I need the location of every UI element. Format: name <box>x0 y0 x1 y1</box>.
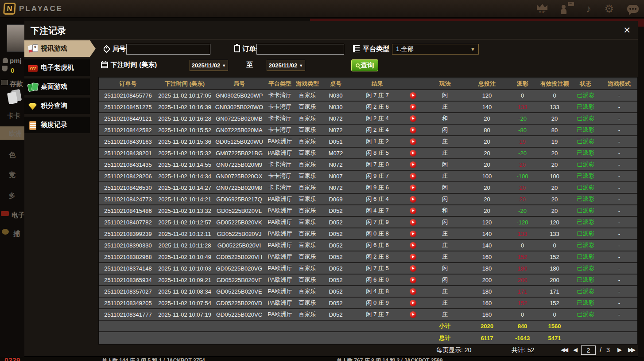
cell-mode: - <box>601 286 637 297</box>
subtotal-row-spacer <box>99 321 157 331</box>
sidebar-tab-2[interactable]: 桌面游戏 <box>24 78 90 95</box>
top-bar: N PLAYACE VIP ♪ ⚙ <box>0 0 644 18</box>
table-row: 2511021084314352025-11-02 10:14:55GN0722… <box>99 159 637 171</box>
cell-total: 120 <box>468 217 506 228</box>
vip-icon[interactable]: VIP <box>537 4 547 14</box>
play-replay-icon[interactable] <box>410 184 416 191</box>
service-bubble-icon <box>568 2 574 6</box>
cell-total: 20 <box>468 205 506 216</box>
platform-type-select[interactable]: 1.全部 ▼ <box>392 44 479 55</box>
cell-result: 闲 9 庄 6 <box>351 182 404 193</box>
play-replay-icon[interactable] <box>410 242 416 249</box>
cell-table_no: D051 <box>321 136 351 147</box>
cell-round: GN07225B020MA <box>213 125 266 135</box>
avatar <box>7 24 24 52</box>
play-replay-icon[interactable] <box>410 219 416 226</box>
column-header: 下注时间 (美东) <box>157 78 213 89</box>
play-replay-icon[interactable] <box>410 104 416 110</box>
page-number-input[interactable]: 2 <box>581 345 596 355</box>
cell-status: 已派彩 <box>570 125 601 135</box>
play-replay-icon[interactable] <box>410 138 416 145</box>
cell-bet: 和 <box>422 205 468 216</box>
first-page-icon[interactable]: ◀◀ <box>561 346 567 353</box>
search-button[interactable]: 查询 <box>351 59 378 71</box>
cell-payout: -120 <box>506 217 539 228</box>
cell-result: 闲 2 庄 8 <box>351 251 404 262</box>
chevron-down-icon: ▼ <box>299 63 303 68</box>
play-replay-icon[interactable] <box>410 208 416 214</box>
order-input[interactable] <box>256 44 344 55</box>
cell-platform: PA欧洲厅 <box>266 136 294 147</box>
cell-game: 百家乐 <box>294 298 321 308</box>
cell-result: 闲 9 庄 7 <box>351 171 404 181</box>
sidebar-tab-label: 积分查询 <box>41 102 67 110</box>
close-icon[interactable]: ✕ <box>623 25 631 35</box>
cell-play <box>404 275 422 285</box>
grand-total-row-spacer <box>601 332 637 344</box>
cell-status: 已派彩 <box>570 182 601 193</box>
cell-payout: 200 <box>506 275 539 285</box>
play-replay-icon[interactable] <box>410 254 416 260</box>
prev-page-icon[interactable]: ◀ <box>573 346 576 353</box>
lobby-fragment-se: 色 <box>9 151 16 159</box>
play-replay-icon[interactable] <box>410 311 416 318</box>
cell-order: 251102108451275 <box>99 102 157 112</box>
cell-total: 100 <box>468 171 506 181</box>
platform-type-value: 1.全部 <box>396 45 414 52</box>
cell-time: 2025-11-02 10:14:27 <box>157 182 213 193</box>
play-replay-icon[interactable] <box>410 92 416 99</box>
cell-platform: 卡卡湾厅 <box>266 125 294 135</box>
settings-gear-icon[interactable]: ⚙ <box>604 4 614 14</box>
cell-time: 2025-11-02 10:17:05 <box>157 90 213 101</box>
grand-total-row-spacer <box>157 332 213 344</box>
play-replay-icon[interactable] <box>410 300 416 306</box>
chevron-down-icon: ▼ <box>222 63 226 68</box>
play-replay-icon[interactable] <box>410 115 416 122</box>
play-replay-icon[interactable] <box>410 288 416 295</box>
cell-bet: 闲 <box>422 217 468 228</box>
cell-payout: 133 <box>506 102 539 112</box>
play-replay-icon[interactable] <box>410 277 416 283</box>
round-input[interactable] <box>126 44 210 55</box>
next-page-icon[interactable]: ▶ <box>617 346 621 353</box>
cell-total: 160 <box>468 298 506 308</box>
play-replay-icon[interactable] <box>410 265 416 272</box>
cell-play <box>404 217 422 228</box>
sidebar-tab-0[interactable]: 视讯游戏 <box>24 40 90 57</box>
cell-play <box>404 194 422 204</box>
grand-total-row-value: 5471 <box>539 332 570 344</box>
last-page-icon[interactable]: ▶▶ <box>628 346 634 353</box>
sidebar-tab-4[interactable]: 额度记录 <box>24 117 90 133</box>
customer-service-icon[interactable] <box>561 4 572 14</box>
play-replay-icon[interactable] <box>410 127 416 133</box>
play-replay-icon[interactable] <box>410 196 416 203</box>
date-to-select[interactable]: 2025/11/02 ▼ <box>267 60 305 71</box>
cell-total: 20 <box>468 182 506 193</box>
cell-table_no: D052 <box>321 286 351 297</box>
cell-round: GN03025B020WO <box>213 102 266 112</box>
subtotal-row-value: 1560 <box>539 321 570 331</box>
table-row: 2511021083903302025-11-02 10:11:28GD0522… <box>99 240 637 251</box>
cell-order: 251102108374148 <box>99 263 157 274</box>
grand-total-row-spacer <box>266 332 294 344</box>
sidebar-tab-1[interactable]: 电子老虎机 <box>24 59 90 76</box>
column-header <box>404 78 422 89</box>
cell-bet: 庄 <box>422 171 468 181</box>
music-icon[interactable]: ♪ <box>586 4 591 14</box>
play-replay-icon[interactable] <box>410 150 416 157</box>
cell-game: 百家乐 <box>294 228 321 239</box>
date-from-select[interactable]: 2025/11/02 ▼ <box>190 60 228 71</box>
cell-status: 已派彩 <box>570 205 601 216</box>
cell-game: 百家乐 <box>294 217 321 228</box>
cell-status: 已派彩 <box>570 159 601 170</box>
sidebar-tab-label: 桌面游戏 <box>41 82 67 91</box>
chat-icon[interactable] <box>627 5 639 13</box>
play-replay-icon[interactable] <box>410 231 416 237</box>
play-replay-icon[interactable] <box>410 173 416 180</box>
play-replay-icon[interactable] <box>410 161 416 168</box>
cell-mode: - <box>601 90 637 101</box>
cell-round: GN00725B020OX <box>213 171 266 181</box>
sidebar-tab-3[interactable]: 积分查询 <box>24 98 90 114</box>
cell-payout: 0 <box>506 309 539 320</box>
user-icon <box>3 58 8 63</box>
